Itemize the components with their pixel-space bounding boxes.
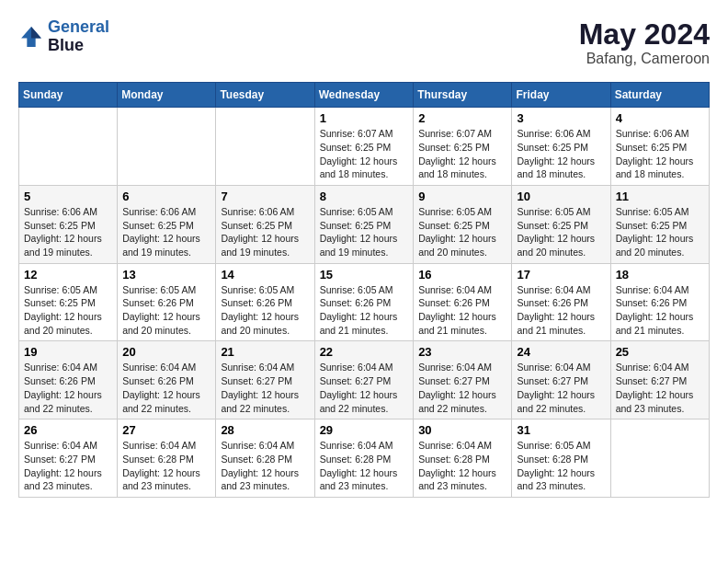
logo-text: General Blue [48, 18, 109, 55]
calendar-cell: 27Sunrise: 6:04 AM Sunset: 6:28 PM Dayli… [118, 419, 216, 498]
weekday-header: Friday [512, 83, 610, 108]
calendar-body: 1Sunrise: 6:07 AM Sunset: 6:25 PM Daylig… [19, 108, 710, 498]
weekday-row: SundayMondayTuesdayWednesdayThursdayFrid… [19, 83, 710, 108]
calendar-cell: 18Sunrise: 6:04 AM Sunset: 6:26 PM Dayli… [610, 263, 709, 341]
calendar-cell: 21Sunrise: 6:04 AM Sunset: 6:27 PM Dayli… [216, 341, 314, 419]
day-info: Sunrise: 6:05 AM Sunset: 6:25 PM Dayligh… [24, 283, 112, 338]
day-number: 22 [320, 345, 409, 359]
calendar-cell: 8Sunrise: 6:05 AM Sunset: 6:25 PM Daylig… [314, 185, 414, 263]
weekday-header: Thursday [414, 83, 512, 108]
day-info: Sunrise: 6:05 AM Sunset: 6:26 PM Dayligh… [221, 283, 309, 338]
day-info: Sunrise: 6:04 AM Sunset: 6:27 PM Dayligh… [616, 361, 704, 415]
calendar-cell: 6Sunrise: 6:06 AM Sunset: 6:25 PM Daylig… [118, 185, 216, 263]
day-info: Sunrise: 6:05 AM Sunset: 6:26 PM Dayligh… [320, 283, 409, 338]
day-info: Sunrise: 6:04 AM Sunset: 6:27 PM Dayligh… [24, 439, 112, 493]
calendar-cell: 14Sunrise: 6:05 AM Sunset: 6:26 PM Dayli… [216, 263, 314, 341]
day-number: 15 [320, 268, 409, 282]
day-info: Sunrise: 6:05 AM Sunset: 6:25 PM Dayligh… [320, 205, 409, 259]
day-info: Sunrise: 6:04 AM Sunset: 6:26 PM Dayligh… [122, 361, 210, 415]
weekday-header: Wednesday [314, 83, 414, 108]
day-number: 11 [616, 190, 704, 203]
calendar-cell: 26Sunrise: 6:04 AM Sunset: 6:27 PM Dayli… [19, 419, 118, 498]
calendar-cell: 7Sunrise: 6:06 AM Sunset: 6:25 PM Daylig… [216, 185, 314, 263]
day-info: Sunrise: 6:05 AM Sunset: 6:25 PM Dayligh… [418, 205, 506, 259]
calendar-cell: 22Sunrise: 6:04 AM Sunset: 6:27 PM Dayli… [314, 341, 414, 419]
calendar-cell: 5Sunrise: 6:06 AM Sunset: 6:25 PM Daylig… [19, 185, 118, 263]
calendar-cell: 31Sunrise: 6:05 AM Sunset: 6:28 PM Dayli… [512, 419, 610, 498]
day-number: 18 [616, 268, 704, 282]
calendar-cell: 4Sunrise: 6:06 AM Sunset: 6:25 PM Daylig… [610, 108, 709, 186]
day-info: Sunrise: 6:04 AM Sunset: 6:26 PM Dayligh… [616, 283, 704, 338]
calendar-cell: 10Sunrise: 6:05 AM Sunset: 6:25 PM Dayli… [512, 185, 610, 263]
calendar-cell: 20Sunrise: 6:04 AM Sunset: 6:26 PM Dayli… [118, 341, 216, 419]
calendar-cell: 28Sunrise: 6:04 AM Sunset: 6:28 PM Dayli… [216, 419, 314, 498]
logo-line1: General [48, 17, 109, 36]
day-info: Sunrise: 6:07 AM Sunset: 6:25 PM Dayligh… [320, 127, 409, 181]
day-number: 24 [517, 345, 605, 359]
calendar-table: SundayMondayTuesdayWednesdayThursdayFrid… [18, 82, 710, 498]
day-info: Sunrise: 6:04 AM Sunset: 6:26 PM Dayligh… [418, 283, 506, 338]
calendar-cell: 11Sunrise: 6:05 AM Sunset: 6:25 PM Dayli… [610, 185, 709, 263]
calendar-cell [118, 108, 216, 186]
day-info: Sunrise: 6:04 AM Sunset: 6:26 PM Dayligh… [24, 361, 112, 415]
calendar-cell: 30Sunrise: 6:04 AM Sunset: 6:28 PM Dayli… [414, 419, 512, 498]
day-number: 16 [418, 268, 506, 282]
day-number: 25 [616, 345, 704, 359]
day-number: 19 [24, 345, 112, 359]
day-number: 14 [221, 268, 309, 282]
day-number: 28 [221, 423, 309, 437]
page-header: General Blue May 2024 Bafang, Cameroon [18, 18, 710, 67]
day-number: 6 [122, 190, 210, 203]
calendar-week-row: 26Sunrise: 6:04 AM Sunset: 6:27 PM Dayli… [19, 419, 710, 498]
calendar-cell: 15Sunrise: 6:05 AM Sunset: 6:26 PM Dayli… [314, 263, 414, 341]
day-number: 3 [517, 111, 605, 125]
day-number: 23 [418, 345, 506, 359]
weekday-header: Tuesday [216, 83, 314, 108]
day-number: 5 [24, 190, 112, 203]
calendar-cell: 12Sunrise: 6:05 AM Sunset: 6:25 PM Dayli… [19, 263, 118, 341]
calendar-cell: 25Sunrise: 6:04 AM Sunset: 6:27 PM Dayli… [610, 341, 709, 419]
day-number: 9 [418, 190, 506, 203]
day-number: 20 [122, 345, 210, 359]
calendar-cell: 13Sunrise: 6:05 AM Sunset: 6:26 PM Dayli… [118, 263, 216, 341]
day-info: Sunrise: 6:06 AM Sunset: 6:25 PM Dayligh… [616, 127, 704, 181]
calendar-cell [216, 108, 314, 186]
day-info: Sunrise: 6:06 AM Sunset: 6:25 PM Dayligh… [517, 127, 605, 181]
day-number: 21 [221, 345, 309, 359]
calendar-cell: 2Sunrise: 6:07 AM Sunset: 6:25 PM Daylig… [414, 108, 512, 186]
calendar-week-row: 12Sunrise: 6:05 AM Sunset: 6:25 PM Dayli… [19, 263, 710, 341]
day-number: 10 [517, 190, 605, 203]
logo-icon [18, 24, 44, 50]
day-info: Sunrise: 6:05 AM Sunset: 6:25 PM Dayligh… [616, 205, 704, 259]
day-info: Sunrise: 6:06 AM Sunset: 6:25 PM Dayligh… [122, 205, 210, 259]
calendar-header: SundayMondayTuesdayWednesdayThursdayFrid… [19, 83, 710, 108]
day-number: 31 [517, 423, 605, 437]
calendar-cell [19, 108, 118, 186]
month-year: May 2024 [579, 18, 710, 51]
calendar-cell [610, 419, 709, 498]
calendar-cell: 16Sunrise: 6:04 AM Sunset: 6:26 PM Dayli… [414, 263, 512, 341]
calendar-week-row: 19Sunrise: 6:04 AM Sunset: 6:26 PM Dayli… [19, 341, 710, 419]
day-info: Sunrise: 6:04 AM Sunset: 6:27 PM Dayligh… [517, 361, 605, 415]
day-info: Sunrise: 6:04 AM Sunset: 6:27 PM Dayligh… [320, 361, 409, 415]
calendar-cell: 29Sunrise: 6:04 AM Sunset: 6:28 PM Dayli… [314, 419, 414, 498]
day-number: 12 [24, 268, 112, 282]
day-number: 30 [418, 423, 506, 437]
logo: General Blue [18, 18, 109, 55]
day-number: 8 [320, 190, 409, 203]
day-info: Sunrise: 6:07 AM Sunset: 6:25 PM Dayligh… [418, 127, 506, 181]
title-block: May 2024 Bafang, Cameroon [579, 18, 710, 67]
calendar-cell: 19Sunrise: 6:04 AM Sunset: 6:26 PM Dayli… [19, 341, 118, 419]
day-info: Sunrise: 6:04 AM Sunset: 6:27 PM Dayligh… [418, 361, 506, 415]
day-number: 2 [418, 111, 506, 125]
calendar-week-row: 1Sunrise: 6:07 AM Sunset: 6:25 PM Daylig… [19, 108, 710, 186]
weekday-header: Monday [118, 83, 216, 108]
day-info: Sunrise: 6:04 AM Sunset: 6:26 PM Dayligh… [517, 283, 605, 338]
day-info: Sunrise: 6:05 AM Sunset: 6:26 PM Dayligh… [122, 283, 210, 338]
calendar-cell: 9Sunrise: 6:05 AM Sunset: 6:25 PM Daylig… [414, 185, 512, 263]
day-number: 26 [24, 423, 112, 437]
day-info: Sunrise: 6:05 AM Sunset: 6:25 PM Dayligh… [517, 205, 605, 259]
day-info: Sunrise: 6:04 AM Sunset: 6:28 PM Dayligh… [320, 439, 409, 493]
logo-line2: Blue [48, 37, 109, 55]
day-info: Sunrise: 6:06 AM Sunset: 6:25 PM Dayligh… [221, 205, 309, 259]
